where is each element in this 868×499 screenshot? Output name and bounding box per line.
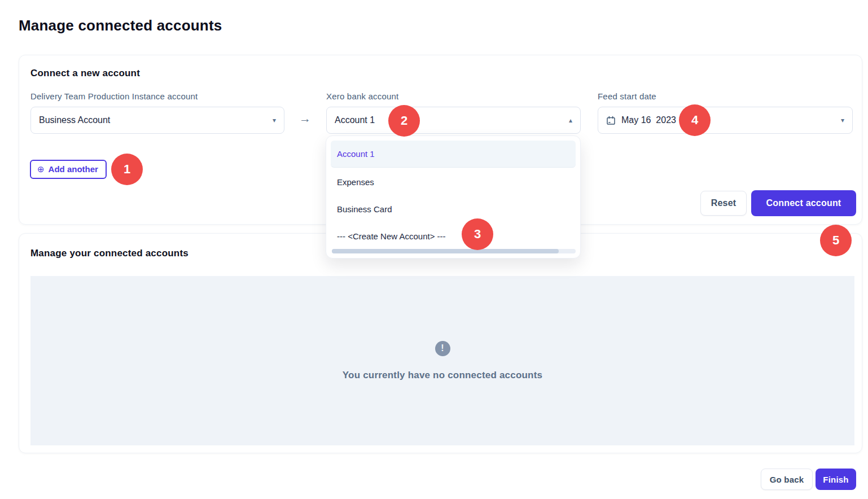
feed-start-date-label: Feed start date bbox=[598, 91, 656, 101]
empty-state-text: You currently have no connected accounts bbox=[343, 370, 542, 381]
connect-account-button[interactable]: Connect account bbox=[751, 190, 856, 216]
arrow-right-icon: → bbox=[299, 112, 311, 125]
finish-button[interactable]: Finish bbox=[816, 469, 856, 490]
xero-account-label: Xero bank account bbox=[326, 91, 398, 101]
reset-button[interactable]: Reset bbox=[700, 191, 747, 216]
annotation-badge-2: 2 bbox=[388, 105, 420, 137]
chevron-down-icon: ▾ bbox=[841, 117, 844, 124]
dropdown-option-account-1[interactable]: Account 1 bbox=[331, 141, 576, 168]
add-another-button[interactable]: ⊕ Add another bbox=[30, 160, 107, 179]
annotation-badge-4: 4 bbox=[679, 104, 711, 136]
exclamation-icon: ! bbox=[435, 341, 450, 356]
dropdown-option-create-new-account[interactable]: --- <Create New Account> --- bbox=[331, 222, 576, 250]
page-title: Manage connected accounts bbox=[19, 17, 222, 34]
manage-connected-accounts-card: Manage your connected accounts ! You cur… bbox=[19, 233, 862, 453]
connect-card-heading: Connect a new account bbox=[30, 68, 140, 79]
go-back-button[interactable]: Go back bbox=[761, 469, 813, 490]
source-account-select[interactable]: Business Account ▾ bbox=[30, 107, 284, 134]
plus-circle-icon: ⊕ bbox=[37, 165, 45, 173]
xero-account-select[interactable]: Account 1 ▴ bbox=[326, 107, 581, 134]
annotation-badge-5: 5 bbox=[820, 225, 852, 256]
dropdown-option-business-card[interactable]: Business Card bbox=[331, 195, 576, 222]
annotation-badge-3: 3 bbox=[462, 218, 493, 250]
source-account-label: Delivery Team Production Instance accoun… bbox=[30, 91, 198, 101]
chevron-up-icon: ▴ bbox=[569, 117, 572, 124]
dropdown-option-expenses[interactable]: Expenses bbox=[331, 168, 576, 195]
xero-account-value: Account 1 bbox=[335, 115, 569, 125]
empty-state-panel: ! You currently have no connected accoun… bbox=[30, 276, 854, 445]
source-account-value: Business Account bbox=[39, 115, 273, 125]
dropdown-horizontal-scrollbar[interactable] bbox=[332, 249, 576, 253]
manage-card-heading: Manage your connected accounts bbox=[30, 248, 188, 259]
xero-account-dropdown: Account 1 Expenses Business Card --- <Cr… bbox=[326, 135, 581, 259]
manage-connected-accounts-page: Manage connected accounts Connect a new … bbox=[0, 0, 868, 499]
feed-start-date-select[interactable]: May 16 2023 ▾ bbox=[598, 107, 853, 134]
calendar-icon bbox=[606, 116, 616, 125]
scrollbar-thumb[interactable] bbox=[332, 249, 559, 253]
annotation-badge-1: 1 bbox=[111, 154, 143, 185]
add-another-label: Add another bbox=[49, 164, 98, 174]
feed-start-date-value: May 16 2023 bbox=[621, 115, 841, 125]
chevron-down-icon: ▾ bbox=[273, 117, 276, 124]
